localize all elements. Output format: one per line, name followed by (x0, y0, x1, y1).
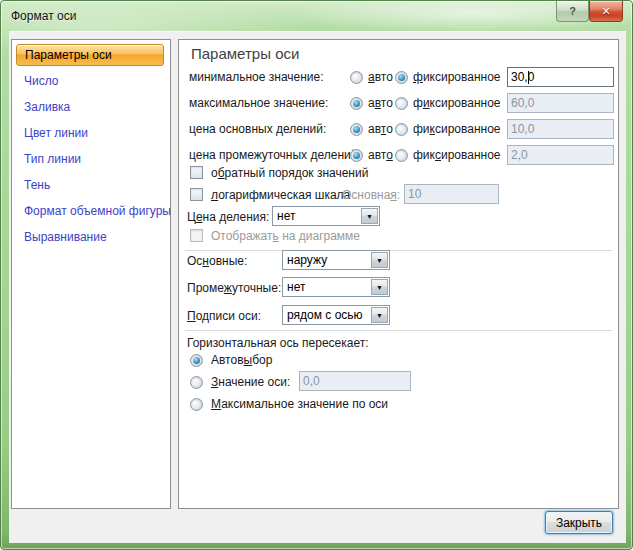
maximum-fixed-radio[interactable] (395, 97, 408, 110)
crosses-value-label[interactable]: Значение оси: (211, 375, 290, 389)
minimum-value-input[interactable] (507, 67, 614, 87)
sidebar-item-fill[interactable]: Заливка (12, 94, 170, 120)
minimum-fixed-radio[interactable] (395, 71, 408, 84)
minor-unit-label: цена промежуточных делений: (189, 148, 361, 162)
help-button[interactable]: ? (556, 1, 589, 22)
window-close-button[interactable]: ✕ (589, 1, 623, 22)
minor-unit-auto-radio[interactable] (350, 149, 363, 162)
chevron-down-icon: ▼ (366, 213, 373, 220)
major-ticks-label: Основные: (187, 254, 247, 268)
minimum-fixed-label[interactable]: фиксированное (413, 70, 501, 84)
crosses-max-label[interactable]: Максимальное значение по оси (211, 397, 388, 411)
window-title: Формат оси (11, 9, 76, 23)
axis-labels-label: Подписи оси: (187, 309, 261, 323)
format-axis-dialog: Формат оси ? ✕ Параметры оси Число Залив… (0, 0, 633, 550)
major-ticks-select[interactable]: наружу ▼ (282, 250, 390, 270)
sidebar-item-shadow[interactable]: Тень (12, 172, 170, 198)
show-units-checkbox (190, 229, 203, 242)
maximum-value-input (507, 93, 614, 113)
question-icon: ? (569, 5, 576, 17)
display-units-select[interactable]: нет ▼ (272, 206, 380, 226)
log-base-input (404, 184, 499, 204)
dropdown-button[interactable]: ▼ (371, 252, 388, 268)
crosses-auto-label[interactable]: Автовыбор (211, 353, 272, 367)
maximum-fixed-label[interactable]: фиксированное (413, 96, 501, 110)
close-icon: ✕ (601, 5, 610, 18)
chevron-down-icon: ▼ (376, 257, 383, 264)
crossing-heading: Горизонтальная ось пересекает: (187, 336, 369, 350)
sidebar-item-line-style[interactable]: Тип линии (12, 146, 170, 172)
major-unit-label: цена основных делений: (189, 122, 326, 136)
chevron-down-icon: ▼ (376, 284, 383, 291)
chevron-down-icon: ▼ (376, 312, 383, 319)
axis-labels-value: рядом с осью (287, 308, 363, 322)
minor-ticks-value: нет (287, 280, 305, 294)
major-unit-fixed-radio[interactable] (395, 123, 408, 136)
separator (185, 250, 612, 251)
minor-ticks-select[interactable]: нет ▼ (282, 277, 390, 297)
major-unit-auto-label[interactable]: авто (368, 122, 393, 136)
crosses-max-radio[interactable] (190, 398, 203, 411)
sidebar-item-axis-options[interactable]: Параметры оси (16, 44, 164, 66)
maximum-auto-label[interactable]: авто (368, 96, 393, 110)
minor-unit-fixed-radio[interactable] (395, 149, 408, 162)
crosses-auto-radio[interactable] (190, 354, 203, 367)
sidebar-item-3d-format[interactable]: Формат объемной фигуры (12, 198, 170, 224)
axis-options-panel: Параметры оси минимальное значение: авто… (178, 39, 619, 509)
log-base-label: Основная: (342, 188, 400, 202)
crosses-value-input (299, 371, 411, 391)
minimum-label: минимальное значение: (189, 70, 324, 84)
minor-unit-fixed-label[interactable]: фиксированное (413, 148, 501, 162)
title-bar[interactable]: Формат оси ? ✕ (1, 1, 632, 31)
minor-unit-auto-label[interactable]: авто (368, 148, 393, 162)
crosses-value-radio[interactable] (190, 376, 203, 389)
log-scale-checkbox[interactable] (190, 188, 203, 201)
display-units-value: нет (277, 209, 295, 223)
sidebar-item-line-color[interactable]: Цвет линии (12, 120, 170, 146)
major-unit-value-input (507, 119, 614, 139)
major-unit-fixed-label[interactable]: фиксированное (413, 122, 501, 136)
major-ticks-value: наружу (287, 253, 327, 267)
reverse-order-label[interactable]: обратный порядок значений (211, 166, 368, 180)
close-dialog-button[interactable]: Закрыть (545, 511, 613, 534)
text-caret (528, 71, 529, 84)
minimum-auto-label[interactable]: авто (368, 70, 393, 84)
sidebar-item-number[interactable]: Число (12, 68, 170, 94)
major-unit-auto-radio[interactable] (350, 123, 363, 136)
log-scale-label[interactable]: логарифмическая шкала (211, 188, 350, 202)
minimum-auto-radio[interactable] (350, 71, 363, 84)
display-units-label: Цена деления: (187, 210, 269, 224)
dropdown-button[interactable]: ▼ (371, 307, 388, 323)
minor-ticks-label: Промежуточные: (187, 281, 281, 295)
dropdown-button[interactable]: ▼ (361, 208, 378, 224)
separator (185, 330, 612, 331)
page-title: Параметры оси (191, 45, 299, 62)
show-units-label: Отображать на диаграмме (211, 229, 360, 243)
axis-labels-select[interactable]: рядом с осью ▼ (282, 305, 390, 325)
maximum-auto-radio[interactable] (350, 97, 363, 110)
dropdown-button[interactable]: ▼ (371, 279, 388, 295)
minor-unit-value-input (507, 145, 614, 165)
sidebar: Параметры оси Число Заливка Цвет линии Т… (11, 39, 171, 509)
reverse-order-checkbox[interactable] (190, 166, 203, 179)
sidebar-item-alignment[interactable]: Выравнивание (12, 224, 170, 250)
dialog-content: Параметры оси Число Заливка Цвет линии Т… (9, 31, 626, 543)
maximum-label: максимальное значение: (189, 96, 328, 110)
